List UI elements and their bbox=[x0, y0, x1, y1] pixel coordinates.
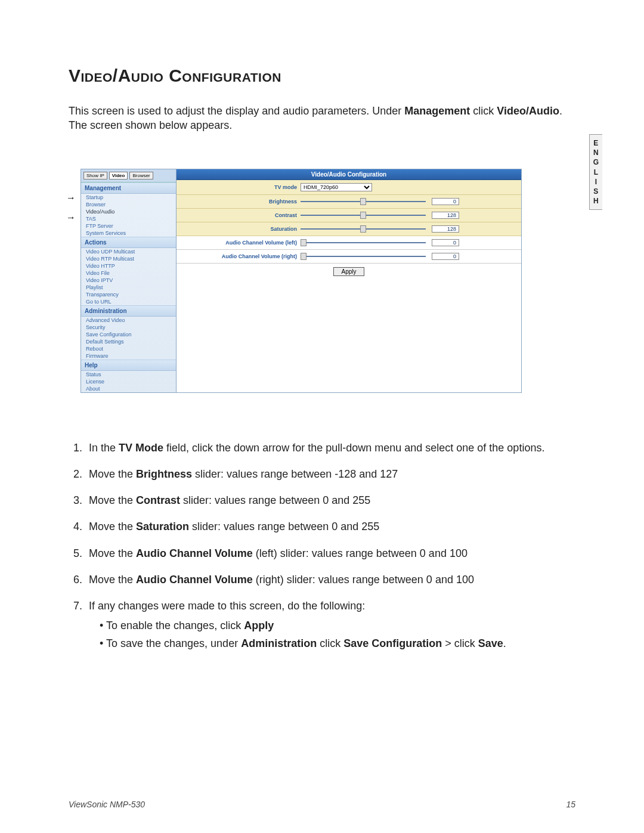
tvmode-select[interactable]: HDMI_720p60 bbox=[301, 183, 372, 191]
acv-left-label: Audio Channel Volume (left) bbox=[181, 240, 301, 246]
acv-left-value: 0 bbox=[432, 239, 459, 246]
acv-left-slider[interactable] bbox=[301, 242, 426, 243]
sidebar-item[interactable]: Video HTTP bbox=[81, 262, 176, 270]
sidebar-head-actions: Actions bbox=[81, 237, 176, 248]
video-button[interactable]: Video bbox=[109, 172, 128, 179]
contrast-slider[interactable] bbox=[301, 215, 426, 216]
sidebar-head-administration: Administration bbox=[81, 305, 176, 317]
brightness-value: 0 bbox=[432, 198, 459, 205]
sidebar-item[interactable]: Status bbox=[81, 371, 176, 378]
step-6: Move the Audio Channel Volume (right) sl… bbox=[85, 572, 575, 587]
sidebar-item[interactable]: License bbox=[81, 378, 176, 385]
brightness-slider[interactable] bbox=[301, 201, 426, 202]
arrow-icon: → bbox=[66, 212, 76, 223]
step-7: If any changes were made to this screen,… bbox=[85, 599, 575, 651]
sidebar-item[interactable]: Browser bbox=[81, 201, 176, 208]
sidebar-item[interactable]: Video IPTV bbox=[81, 277, 176, 284]
sidebar-item[interactable]: Advanced Video bbox=[81, 317, 176, 324]
show-ip-button[interactable]: Show IP bbox=[83, 172, 107, 179]
language-tab-english: ENGLISH bbox=[589, 134, 602, 210]
sidebar-item[interactable]: Default Settings bbox=[81, 338, 176, 345]
sidebar-item[interactable]: Video UDP Multicast bbox=[81, 248, 176, 255]
row-acv-right: Audio Channel Volume (right) 0 bbox=[177, 250, 521, 264]
intro-text: click bbox=[470, 105, 497, 117]
row-brightness: Brightness 0 bbox=[177, 195, 521, 209]
sidebar-item[interactable]: Firmware bbox=[81, 352, 176, 360]
row-acv-left: Audio Channel Volume (left) 0 bbox=[177, 236, 521, 250]
saturation-slider[interactable] bbox=[301, 228, 426, 230]
sidebar-item[interactable]: Reboot bbox=[81, 345, 176, 352]
saturation-value: 128 bbox=[432, 225, 459, 233]
sidebar-item[interactable]: Startup bbox=[81, 194, 176, 201]
step-5: Move the Audio Channel Volume (left) sli… bbox=[85, 546, 575, 561]
footer-page-number: 15 bbox=[566, 800, 575, 809]
row-saturation: Saturation 128 bbox=[177, 222, 521, 236]
config-main: Video/Audio Configuration TV mode HDMI_7… bbox=[177, 169, 521, 392]
step-4: Move the Saturation slider: values range… bbox=[85, 519, 575, 534]
step-3: Move the Contrast slider: values range b… bbox=[85, 493, 575, 507]
sidebar-item[interactable]: System Services bbox=[81, 230, 176, 237]
intro-bold-management: Management bbox=[404, 105, 470, 117]
acv-right-label: Audio Channel Volume (right) bbox=[181, 253, 301, 259]
intro-paragraph: This screen is used to adjust the displa… bbox=[69, 104, 575, 133]
tvmode-label: TV mode bbox=[181, 184, 301, 190]
sidebar-item[interactable]: Go to URL bbox=[81, 298, 176, 305]
step-2: Move the Brightness slider: values range… bbox=[85, 467, 575, 481]
browser-button[interactable]: Browser bbox=[129, 172, 153, 179]
sidebar-item[interactable]: About bbox=[81, 385, 176, 392]
intro-bold-videoaudio: Video/Audio bbox=[497, 105, 559, 117]
step-7-sublist: To enable the changes, click Apply To sa… bbox=[89, 618, 575, 651]
page-footer: ViewSonic NMP-530 15 bbox=[69, 800, 575, 809]
sidebar-top-buttons: Show IP Video Browser bbox=[81, 169, 176, 182]
sidebar-item[interactable]: FTP Server bbox=[81, 222, 176, 230]
instruction-list: In the TV Mode field, click the down arr… bbox=[69, 441, 575, 651]
step-7-sub-1: To enable the changes, click Apply bbox=[100, 618, 575, 633]
sidebar-item[interactable]: Video RTP Multicast bbox=[81, 255, 176, 262]
step-7-sub-2: To save the changes, under Administratio… bbox=[100, 636, 575, 651]
apply-button[interactable]: Apply bbox=[333, 267, 364, 276]
brightness-label: Brightness bbox=[181, 199, 301, 205]
saturation-label: Saturation bbox=[181, 226, 301, 232]
arrow-icon: → bbox=[66, 193, 76, 203]
sidebar-item[interactable]: Video File bbox=[81, 270, 176, 277]
acv-right-value: 0 bbox=[432, 253, 459, 260]
contrast-value: 128 bbox=[432, 212, 459, 219]
row-tvmode: TV mode HDMI_720p60 bbox=[177, 180, 521, 195]
step-1: In the TV Mode field, click the down arr… bbox=[85, 441, 575, 455]
sidebar-head-help: Help bbox=[81, 360, 176, 371]
page-title: Video/Audio Configuration bbox=[69, 66, 575, 86]
row-contrast: Contrast 128 bbox=[177, 209, 521, 222]
sidebar-item[interactable]: Playlist bbox=[81, 284, 176, 291]
acv-right-slider[interactable] bbox=[301, 256, 426, 257]
panel-title: Video/Audio Configuration bbox=[177, 169, 521, 180]
footer-product: ViewSonic NMP-530 bbox=[69, 800, 145, 809]
intro-text: This screen is used to adjust the displa… bbox=[69, 105, 404, 117]
contrast-label: Contrast bbox=[181, 212, 301, 218]
sidebar-item[interactable]: Security bbox=[81, 324, 176, 331]
sidebar-head-management: Management bbox=[81, 182, 176, 194]
row-apply: Apply bbox=[177, 264, 521, 280]
sidebar-item-video-audio[interactable]: Video/Audio bbox=[81, 208, 176, 215]
sidebar-item[interactable]: TAS bbox=[81, 215, 176, 222]
sidebar-item[interactable]: Transparency bbox=[81, 291, 176, 298]
screenshot-panel: Show IP Video Browser Management Startup… bbox=[80, 169, 522, 393]
blank-area bbox=[177, 280, 521, 357]
sidebar-item[interactable]: Save Configuration bbox=[81, 331, 176, 338]
sidebar: Show IP Video Browser Management Startup… bbox=[81, 169, 177, 392]
